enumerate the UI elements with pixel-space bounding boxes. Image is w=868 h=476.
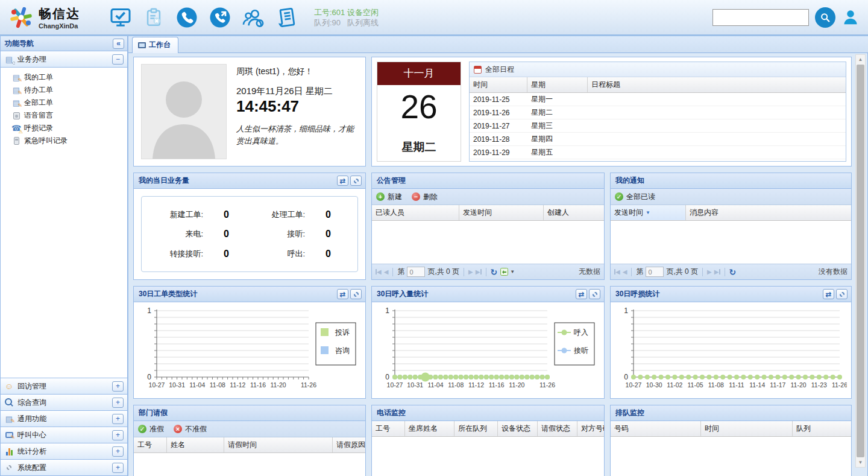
first-page-button[interactable]: ◀: [614, 268, 620, 275]
column-header[interactable]: 时间: [470, 77, 527, 92]
sidebar-item-2[interactable]: ▤✎全部工单: [7, 97, 127, 109]
announcements-toolbar: +新建−删除: [372, 189, 604, 205]
column-header[interactable]: 已读人员: [372, 205, 459, 220]
column-header[interactable]: 日程标题: [588, 77, 846, 92]
column-header[interactable]: 工号: [134, 437, 167, 452]
refresh-button[interactable]: ⇄: [823, 289, 834, 299]
column-header[interactable]: 请假时间: [224, 437, 333, 452]
column-header[interactable]: 创建人: [544, 205, 604, 220]
column-header[interactable]: 发送时间: [459, 205, 544, 220]
search-input[interactable]: [712, 9, 809, 26]
scroll-up-arrow[interactable]: ▲: [858, 55, 863, 64]
page-number-input[interactable]: [646, 267, 664, 277]
gear-icon: [4, 463, 14, 472]
gear-button[interactable]: [350, 176, 362, 186]
logo-subtitle: ChangXinDa: [39, 22, 80, 30]
column-header[interactable]: 队列: [793, 421, 851, 436]
sidebar-section-2[interactable]: ▤✎通用功能+: [1, 410, 127, 427]
svg-text:11-26: 11-26: [301, 381, 316, 389]
sidebar-item-1[interactable]: ▤✎待办工单: [7, 84, 127, 97]
sidebar-item-4[interactable]: ☎⚠呼损记录: [7, 122, 127, 135]
schedule-row[interactable]: 2019-11-28星期四: [470, 133, 846, 146]
schedule-row[interactable]: 2019-11-25星期一: [470, 93, 846, 106]
schedule-row[interactable]: 2019-11-27星期三: [470, 119, 846, 133]
column-header[interactable]: 设备状态: [498, 421, 538, 436]
sidebar-item-label: 待办工单: [24, 85, 53, 95]
scroll-thumb[interactable]: [857, 65, 864, 457]
column-header[interactable]: 请假状态: [538, 421, 577, 436]
sidebar-item-0[interactable]: ▤✎我的工单: [7, 71, 127, 84]
prev-page-button[interactable]: ◀: [384, 268, 389, 275]
expand-section-button[interactable]: +: [112, 463, 124, 473]
expand-section-button[interactable]: +: [112, 381, 124, 392]
expand-section-button[interactable]: +: [112, 430, 124, 440]
sidebar-section-3[interactable]: ✎呼叫中心+: [1, 427, 127, 443]
column-header[interactable]: 发送时间▼: [611, 205, 686, 220]
sidebar-section-1[interactable]: 综合查询+: [1, 394, 127, 410]
export-button[interactable]: ▼: [500, 267, 515, 276]
column-header[interactable]: 星期: [527, 77, 588, 92]
collapse-section-button[interactable]: −: [112, 54, 124, 65]
column-header[interactable]: 消息内容: [686, 205, 851, 220]
first-page-button[interactable]: ◀: [376, 268, 382, 275]
last-page-button[interactable]: ▶: [476, 268, 482, 275]
sidebar-item-5[interactable]: 紧急呼叫记录: [7, 135, 127, 147]
clipboard-off-icon[interactable]: [142, 5, 166, 30]
不准假-button[interactable]: ×不准假: [174, 424, 207, 434]
sidebar-section-4[interactable]: 统计分析+: [1, 443, 127, 459]
svg-text:1: 1: [385, 306, 389, 315]
gear-button[interactable]: [836, 289, 848, 299]
refresh-icon[interactable]: ↻: [491, 267, 498, 277]
sidebar-item-3[interactable]: 语音留言: [7, 109, 127, 122]
call-notes-icon[interactable]: [274, 5, 298, 30]
panel-title: 公告管理: [377, 176, 406, 186]
refresh-button[interactable]: ⇄: [337, 176, 348, 186]
page-number-input[interactable]: [407, 267, 425, 277]
column-header[interactable]: 坐席姓名: [405, 421, 454, 436]
agents-group-icon[interactable]: [241, 5, 265, 30]
column-header[interactable]: 请假原因: [333, 437, 365, 452]
refresh-icon[interactable]: ↻: [729, 267, 737, 277]
queue-status-line: 队列:90 队列离线: [314, 17, 379, 28]
refresh-button[interactable]: ⇄: [337, 289, 348, 299]
column-header[interactable]: 时间: [701, 421, 793, 436]
column-header[interactable]: 所在队列: [454, 421, 498, 436]
sidebar-section-business[interactable]: ▤ 业务办理 −: [1, 51, 127, 68]
svg-text:11-12: 11-12: [230, 381, 245, 389]
schedule-row[interactable]: 2019-11-26星期二: [470, 106, 846, 119]
phone-monitor-panel: 电话监控 工号坐席姓名所在队列设备状态请假状态对方号码: [371, 405, 605, 476]
phone-outgoing-icon[interactable]: [208, 5, 232, 30]
expand-section-button[interactable]: +: [112, 414, 124, 424]
scroll-down-arrow[interactable]: ▼: [858, 458, 863, 467]
gear-button[interactable]: [350, 289, 362, 299]
sidebar-section-0[interactable]: ☺回访管理+: [1, 378, 127, 394]
tab-workbench[interactable]: 工作台: [132, 37, 178, 53]
expand-section-button[interactable]: +: [112, 446, 124, 457]
vertical-scrollbar[interactable]: ▲ ▼: [855, 54, 866, 468]
准假-button[interactable]: ✓准假: [138, 424, 164, 434]
sidebar-collapse-button[interactable]: «: [113, 39, 124, 49]
sidebar-section-label: 综合查询: [17, 398, 108, 408]
新建-button[interactable]: +新建: [376, 192, 402, 202]
prev-page-button[interactable]: ◀: [623, 268, 627, 275]
column-header[interactable]: 姓名: [167, 437, 224, 452]
next-page-button[interactable]: ▶: [468, 268, 473, 275]
refresh-button[interactable]: ⇄: [576, 289, 587, 299]
column-header[interactable]: 对方号码: [577, 421, 604, 436]
phone-icon[interactable]: [175, 5, 199, 30]
schedule-row[interactable]: 2019-11-29星期五: [470, 146, 846, 159]
calendar-day: 26: [377, 90, 461, 125]
user-icon[interactable]: [841, 8, 860, 27]
search-button[interactable]: [815, 7, 835, 28]
column-header[interactable]: 工号: [372, 421, 405, 436]
monitor-check-icon[interactable]: [108, 5, 133, 30]
sidebar-section-5[interactable]: 系统配置+: [1, 459, 127, 475]
gear-button[interactable]: [589, 289, 600, 299]
last-page-button[interactable]: ▶: [714, 268, 720, 275]
expand-section-button[interactable]: +: [112, 398, 124, 408]
next-page-button[interactable]: ▶: [707, 268, 712, 275]
全部已读-button[interactable]: ✓全部已读: [615, 192, 655, 202]
删除-button[interactable]: −删除: [412, 192, 438, 202]
main-content: 工作台: [128, 36, 868, 476]
column-header[interactable]: 号码: [611, 421, 701, 436]
